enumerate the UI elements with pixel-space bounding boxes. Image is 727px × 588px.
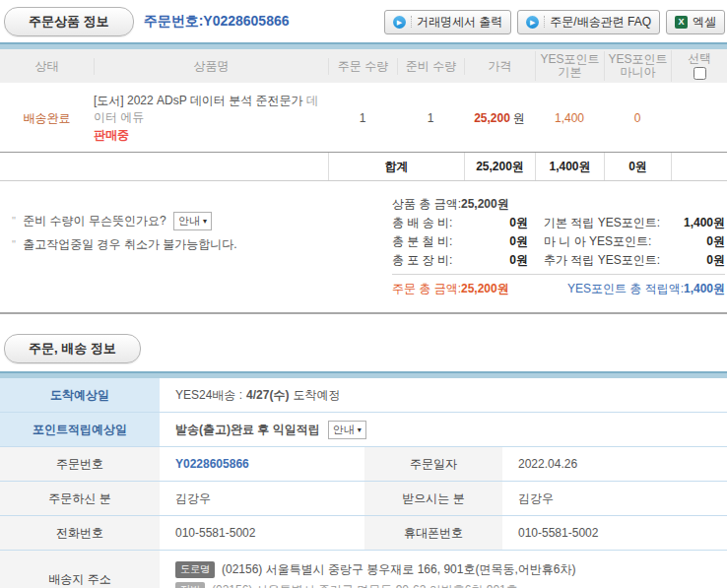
section-divider-bar bbox=[0, 371, 727, 378]
note-cancel-policy: 출고작업중일 경우 취소가 불가능합니다. bbox=[12, 232, 392, 256]
summary-mania-point-value: 0원 bbox=[674, 232, 725, 251]
col-header-status: 상태 bbox=[0, 58, 94, 75]
receiver-value: 김강우 bbox=[502, 482, 727, 515]
product-name-cell: [도서] 2022 ADsP 데이터 분석 준전문가 데이터 에듀 판매중 bbox=[94, 93, 328, 144]
product-ready-qty: 1 bbox=[397, 111, 464, 125]
order-faq-label: 주문/배송관련 FAQ bbox=[550, 14, 651, 31]
note-ready-qty: 준비 수량이 무슨뜻인가요? 안내▾ bbox=[12, 209, 392, 232]
road-address-text: (02156) 서울특별시 중랑구 봉우재로 166, 901호(면목동,어반휴… bbox=[222, 561, 575, 578]
order-date-value: 2022.04.26 bbox=[502, 447, 727, 481]
total-label: 합계 bbox=[328, 153, 464, 180]
arrival-row: 도착예상일 YES24배송 : 4/27(수) 도착예정 bbox=[0, 378, 727, 413]
product-point-basic: 1,400 bbox=[535, 111, 604, 125]
product-info-title-label: 주문상품 정보 bbox=[29, 14, 109, 29]
arrival-suffix: 도착예정 bbox=[293, 387, 340, 404]
road-name-badge: 도로명 bbox=[175, 561, 215, 578]
summary-line-shipping: 총 배 송 비: 0원 기본 적립 YES포인트: 1,400원 bbox=[392, 214, 725, 232]
summary-shipping-label: 총 배 송 비: bbox=[392, 214, 487, 232]
price-summary-panel: 상품 총 금액:25,200원 총 배 송 비: 0원 기본 적립 YES포인트… bbox=[392, 195, 725, 298]
col-header-product-name: 상품명 bbox=[94, 58, 328, 75]
print-invoice-label: 거래명세서 출력 bbox=[417, 14, 502, 31]
summary-shipping-value: 0원 bbox=[487, 214, 528, 232]
arrival-date: 4/27(수) bbox=[246, 387, 289, 404]
select-label: 선택 bbox=[688, 52, 711, 65]
summary-total-point: YES포인트 총 적립액:1,400원 bbox=[567, 280, 725, 298]
order-no-link[interactable]: Y0228605866 bbox=[175, 457, 249, 471]
delivery-section-header: 주문, 배송 정보 bbox=[0, 314, 727, 371]
dotted-divider bbox=[411, 16, 412, 28]
chevron-down-icon: ▾ bbox=[203, 217, 207, 226]
summary-packing-value: 0원 bbox=[487, 251, 528, 270]
summary-final-line: 주문 총 금액:25,200원 YES포인트 총 적립액:1,400원 bbox=[392, 274, 725, 298]
guide-label: 안내 bbox=[178, 214, 200, 229]
summary-basic-point-value: 1,400원 bbox=[674, 214, 725, 232]
orderer-row: 주문하신 분 김강우 받으시는 분 김강우 bbox=[0, 482, 727, 516]
order-number-heading-value: Y0228605866 bbox=[203, 13, 289, 29]
print-invoice-button[interactable]: 거래명세서 출력 bbox=[384, 10, 511, 34]
order-number-heading-label: 주문번호: bbox=[144, 13, 204, 29]
section-divider-bar bbox=[0, 42, 727, 49]
product-name-link[interactable]: [도서] 2022 ADsP 데이터 분석 준전문가 bbox=[94, 94, 303, 107]
product-table-header: 상태 상품명 주문 수량 준비 수량 가격 YES포인트 기본 YES포인트 마… bbox=[0, 49, 727, 83]
excel-icon bbox=[675, 16, 688, 29]
mobile-value: 010-5581-5002 bbox=[502, 516, 727, 550]
phone-value: 010-5581-5002 bbox=[160, 516, 364, 550]
summary-order-total-value: 25,200원 bbox=[461, 282, 509, 295]
total-point-basic: 1,400원 bbox=[535, 153, 604, 180]
receiver-label: 받으시는 분 bbox=[364, 482, 502, 515]
summary-extra-point-label: 추가 적립 YES포인트: bbox=[544, 251, 674, 270]
col-header-order-qty: 주문 수량 bbox=[328, 58, 397, 75]
summary-packing-label: 총 포 장 비: bbox=[392, 251, 487, 270]
mobile-label: 휴대폰번호 bbox=[364, 516, 502, 550]
delivery-info-table: 도착예상일 YES24배송 : 4/27(수) 도착예정 포인트적립예상일 발송… bbox=[0, 378, 727, 588]
summary-order-total-label: 주문 총 금액: bbox=[392, 282, 461, 295]
select-all-checkbox[interactable] bbox=[694, 67, 706, 80]
order-number-heading: 주문번호:Y0228605866 bbox=[144, 13, 290, 31]
summary-line-binding: 총 분 철 비: 0원 마 니 아 YES포인트: 0원 bbox=[392, 232, 725, 251]
summary-line-packing: 총 포 장 비: 0원 추가 적립 YES포인트: 0원 bbox=[392, 251, 725, 270]
product-price-unit: 원 bbox=[513, 111, 525, 125]
delivery-info-title: 주문, 배송 정보 bbox=[4, 334, 141, 363]
point-date-value-cell: 발송(출고)완료 후 익일적립 안내▾ bbox=[160, 413, 727, 446]
chevron-down-icon: ▾ bbox=[358, 425, 362, 434]
total-price: 25,200원 bbox=[464, 153, 535, 180]
summary-mania-point-label: 마 니 아 YES포인트: bbox=[544, 232, 674, 251]
address-value-cell: 도로명 (02156) 서울특별시 중랑구 봉우재로 166, 901호(면목동… bbox=[160, 551, 727, 588]
dotted-divider bbox=[544, 16, 545, 28]
col-header-point-mania: YES포인트 마니아 bbox=[604, 51, 671, 81]
order-notes: 준비 수량이 무슨뜻인가요? 안내▾ 출고작업중일 경우 취소가 불가능합니다. bbox=[12, 195, 392, 298]
header-buttons: 거래명세서 출력 주문/배송관련 FAQ 엑셀 bbox=[384, 10, 725, 34]
total-empty-cell bbox=[671, 153, 727, 180]
summary-binding-label: 총 분 철 비: bbox=[392, 232, 487, 251]
jibun-badge: 지번 bbox=[175, 582, 205, 588]
point-date-guide-button[interactable]: 안내▾ bbox=[328, 421, 366, 439]
summary-order-total: 주문 총 금액:25,200원 bbox=[392, 280, 509, 298]
excel-export-button[interactable]: 엑셀 bbox=[666, 10, 725, 34]
summary-product-total-value: 25,200원 bbox=[461, 195, 509, 214]
total-row: 합계 25,200원 1,400원 0원 bbox=[0, 152, 727, 181]
product-sale-status: 판매중 bbox=[94, 127, 322, 144]
product-status: 배송완료 bbox=[0, 110, 94, 127]
point-date-label: 포인트적립예상일 bbox=[0, 413, 160, 446]
order-summary-area: 준비 수량이 무슨뜻인가요? 안내▾ 출고작업중일 경우 취소가 불가능합니다.… bbox=[0, 181, 727, 314]
arrival-label: 도착예상일 bbox=[0, 378, 160, 412]
orderer-label: 주문하신 분 bbox=[0, 482, 160, 515]
col-header-ready-qty: 준비 수량 bbox=[397, 58, 464, 75]
summary-extra-point-value: 0원 bbox=[674, 251, 725, 270]
point-date-value: 발송(출고)완료 후 익일적립 bbox=[175, 422, 320, 438]
jibun-address-text: (02156) 서울특별시 중랑구 면목동 90-62 어반휴6차 901호 bbox=[212, 582, 518, 588]
order-no-value-cell: Y0228605866 bbox=[160, 447, 364, 481]
jibun-address-line: 지번 (02156) 서울특별시 중랑구 면목동 90-62 어반휴6차 901… bbox=[175, 582, 711, 588]
product-info-title: 주문상품 정보 bbox=[4, 7, 134, 36]
product-order-qty: 1 bbox=[328, 111, 397, 125]
ready-qty-guide-button[interactable]: 안내▾ bbox=[173, 212, 212, 230]
total-point-mania: 0원 bbox=[604, 153, 671, 180]
order-number-row: 주문번호 Y0228605866 주문일자 2022.04.26 bbox=[0, 447, 727, 482]
col-header-point-basic: YES포인트 기본 bbox=[535, 51, 604, 81]
product-point-mania: 0 bbox=[604, 111, 671, 125]
product-price-amount: 25,200 bbox=[474, 111, 510, 125]
col-header-price: 가격 bbox=[464, 58, 535, 75]
order-faq-button[interactable]: 주문/배송관련 FAQ bbox=[517, 10, 660, 34]
note-cancel-policy-text: 출고작업중일 경우 취소가 불가능합니다. bbox=[23, 237, 236, 251]
order-date-label: 주문일자 bbox=[364, 447, 502, 481]
